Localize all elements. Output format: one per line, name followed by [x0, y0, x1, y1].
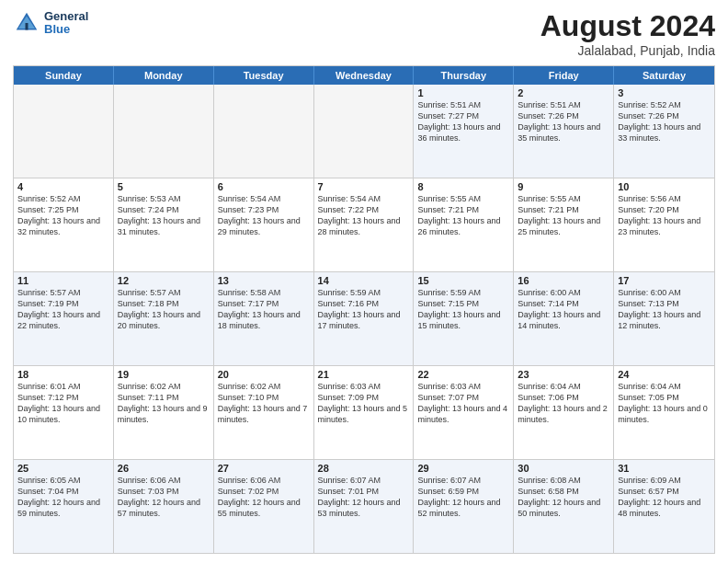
day-cell-8: 8Sunrise: 5:55 AM Sunset: 7:21 PM Daylig…: [414, 178, 514, 271]
day-cell-2: 2Sunrise: 5:51 AM Sunset: 7:26 PM Daylig…: [514, 85, 614, 178]
day-number: 20: [218, 369, 310, 380]
day-number: 6: [218, 181, 310, 192]
day-info: Sunrise: 5:58 AM Sunset: 7:17 PM Dayligh…: [218, 287, 310, 332]
day-cell-16: 16Sunrise: 6:00 AM Sunset: 7:14 PM Dayli…: [514, 272, 614, 365]
day-number: 31: [618, 463, 711, 474]
day-cell-3: 3Sunrise: 5:52 AM Sunset: 7:26 PM Daylig…: [614, 85, 714, 178]
day-info: Sunrise: 6:09 AM Sunset: 6:57 PM Dayligh…: [618, 475, 711, 520]
day-cell-19: 19Sunrise: 6:02 AM Sunset: 7:11 PM Dayli…: [114, 366, 214, 459]
logo-line1: General: [44, 10, 88, 23]
header-day-monday: Monday: [114, 66, 214, 85]
day-info: Sunrise: 6:01 AM Sunset: 7:12 PM Dayligh…: [17, 381, 109, 426]
day-number: 28: [318, 463, 410, 474]
day-number: 7: [318, 181, 410, 192]
day-info: Sunrise: 6:03 AM Sunset: 7:07 PM Dayligh…: [417, 381, 509, 426]
day-number: 29: [417, 463, 509, 474]
empty-cell: [114, 85, 214, 178]
calendar-row-0: 1Sunrise: 5:51 AM Sunset: 7:27 PM Daylig…: [14, 85, 714, 178]
day-info: Sunrise: 5:57 AM Sunset: 7:19 PM Dayligh…: [17, 287, 109, 332]
day-cell-12: 12Sunrise: 5:57 AM Sunset: 7:18 PM Dayli…: [114, 272, 214, 365]
calendar-header: SundayMondayTuesdayWednesdayThursdayFrid…: [14, 66, 714, 85]
day-cell-23: 23Sunrise: 6:04 AM Sunset: 7:06 PM Dayli…: [514, 366, 614, 459]
day-number: 11: [17, 275, 109, 286]
day-info: Sunrise: 5:56 AM Sunset: 7:20 PM Dayligh…: [618, 193, 711, 238]
day-number: 1: [417, 87, 509, 98]
day-number: 4: [17, 181, 109, 192]
day-info: Sunrise: 6:03 AM Sunset: 7:09 PM Dayligh…: [318, 381, 410, 426]
day-info: Sunrise: 6:02 AM Sunset: 7:11 PM Dayligh…: [118, 381, 210, 426]
day-cell-26: 26Sunrise: 6:06 AM Sunset: 7:03 PM Dayli…: [114, 460, 214, 553]
header-day-wednesday: Wednesday: [314, 66, 415, 85]
calendar-row-2: 11Sunrise: 5:57 AM Sunset: 7:19 PM Dayli…: [14, 271, 714, 365]
day-number: 26: [118, 463, 210, 474]
day-cell-25: 25Sunrise: 6:05 AM Sunset: 7:04 PM Dayli…: [14, 460, 114, 553]
day-cell-1: 1Sunrise: 5:51 AM Sunset: 7:27 PM Daylig…: [414, 85, 514, 178]
svg-rect-2: [26, 23, 28, 30]
day-info: Sunrise: 5:59 AM Sunset: 7:16 PM Dayligh…: [318, 287, 410, 332]
day-number: 25: [17, 463, 109, 474]
day-cell-9: 9Sunrise: 5:55 AM Sunset: 7:21 PM Daylig…: [514, 178, 614, 271]
day-cell-15: 15Sunrise: 5:59 AM Sunset: 7:15 PM Dayli…: [414, 272, 514, 365]
day-info: Sunrise: 5:55 AM Sunset: 7:21 PM Dayligh…: [518, 193, 609, 238]
day-number: 21: [318, 369, 410, 380]
day-cell-13: 13Sunrise: 5:58 AM Sunset: 7:17 PM Dayli…: [214, 272, 314, 365]
day-info: Sunrise: 5:55 AM Sunset: 7:21 PM Dayligh…: [417, 193, 509, 238]
title-block: August 2024 Jalalabad, Punjab, India: [540, 9, 715, 58]
day-cell-11: 11Sunrise: 5:57 AM Sunset: 7:19 PM Dayli…: [14, 272, 114, 365]
day-number: 5: [118, 181, 210, 192]
day-number: 23: [518, 369, 609, 380]
day-info: Sunrise: 5:54 AM Sunset: 7:22 PM Dayligh…: [318, 193, 410, 238]
day-cell-10: 10Sunrise: 5:56 AM Sunset: 7:20 PM Dayli…: [614, 178, 714, 271]
day-cell-14: 14Sunrise: 5:59 AM Sunset: 7:16 PM Dayli…: [314, 272, 415, 365]
day-cell-28: 28Sunrise: 6:07 AM Sunset: 7:01 PM Dayli…: [314, 460, 415, 553]
day-cell-6: 6Sunrise: 5:54 AM Sunset: 7:23 PM Daylig…: [214, 178, 314, 271]
calendar-row-1: 4Sunrise: 5:52 AM Sunset: 7:25 PM Daylig…: [14, 178, 714, 271]
day-number: 16: [518, 275, 609, 286]
day-cell-7: 7Sunrise: 5:54 AM Sunset: 7:22 PM Daylig…: [314, 178, 415, 271]
day-info: Sunrise: 5:51 AM Sunset: 7:26 PM Dayligh…: [518, 99, 609, 144]
day-number: 14: [318, 275, 410, 286]
logo: General Blue: [13, 9, 88, 37]
day-info: Sunrise: 5:52 AM Sunset: 7:26 PM Dayligh…: [618, 99, 711, 144]
logo-line2: Blue: [44, 23, 88, 36]
calendar-row-4: 25Sunrise: 6:05 AM Sunset: 7:04 PM Dayli…: [14, 459, 714, 553]
day-number: 10: [618, 181, 711, 192]
day-cell-5: 5Sunrise: 5:53 AM Sunset: 7:24 PM Daylig…: [114, 178, 214, 271]
day-info: Sunrise: 6:08 AM Sunset: 6:58 PM Dayligh…: [518, 475, 609, 520]
empty-cell: [314, 85, 415, 178]
empty-cell: [214, 85, 314, 178]
calendar: SundayMondayTuesdayWednesdayThursdayFrid…: [13, 65, 715, 554]
day-cell-24: 24Sunrise: 6:04 AM Sunset: 7:05 PM Dayli…: [614, 366, 714, 459]
day-info: Sunrise: 6:06 AM Sunset: 7:02 PM Dayligh…: [218, 475, 310, 520]
logo-icon: [13, 9, 40, 37]
day-info: Sunrise: 6:06 AM Sunset: 7:03 PM Dayligh…: [118, 475, 210, 520]
day-info: Sunrise: 5:51 AM Sunset: 7:27 PM Dayligh…: [417, 99, 509, 144]
header-day-sunday: Sunday: [14, 66, 114, 85]
day-cell-18: 18Sunrise: 6:01 AM Sunset: 7:12 PM Dayli…: [14, 366, 114, 459]
day-number: 3: [618, 87, 711, 98]
day-cell-4: 4Sunrise: 5:52 AM Sunset: 7:25 PM Daylig…: [14, 178, 114, 271]
day-cell-20: 20Sunrise: 6:02 AM Sunset: 7:10 PM Dayli…: [214, 366, 314, 459]
page: General Blue August 2024 Jalalabad, Punj…: [0, 0, 728, 563]
day-cell-17: 17Sunrise: 6:00 AM Sunset: 7:13 PM Dayli…: [614, 272, 714, 365]
day-number: 19: [118, 369, 210, 380]
day-info: Sunrise: 6:00 AM Sunset: 7:13 PM Dayligh…: [618, 287, 711, 332]
title-month: August 2024: [540, 9, 715, 43]
header-day-friday: Friday: [514, 66, 614, 85]
day-number: 22: [417, 369, 509, 380]
calendar-body: 1Sunrise: 5:51 AM Sunset: 7:27 PM Daylig…: [14, 85, 714, 553]
day-number: 24: [618, 369, 711, 380]
day-number: 12: [118, 275, 210, 286]
day-cell-31: 31Sunrise: 6:09 AM Sunset: 6:57 PM Dayli…: [614, 460, 714, 553]
day-info: Sunrise: 5:54 AM Sunset: 7:23 PM Dayligh…: [218, 193, 310, 238]
title-location: Jalalabad, Punjab, India: [540, 43, 715, 58]
day-number: 17: [618, 275, 711, 286]
day-info: Sunrise: 6:05 AM Sunset: 7:04 PM Dayligh…: [17, 475, 109, 520]
day-number: 18: [17, 369, 109, 380]
day-cell-30: 30Sunrise: 6:08 AM Sunset: 6:58 PM Dayli…: [514, 460, 614, 553]
logo-text: General Blue: [44, 10, 88, 37]
day-info: Sunrise: 6:07 AM Sunset: 6:59 PM Dayligh…: [417, 475, 509, 520]
day-info: Sunrise: 5:52 AM Sunset: 7:25 PM Dayligh…: [17, 193, 109, 238]
day-info: Sunrise: 6:04 AM Sunset: 7:05 PM Dayligh…: [618, 381, 711, 426]
day-cell-29: 29Sunrise: 6:07 AM Sunset: 6:59 PM Dayli…: [414, 460, 514, 553]
